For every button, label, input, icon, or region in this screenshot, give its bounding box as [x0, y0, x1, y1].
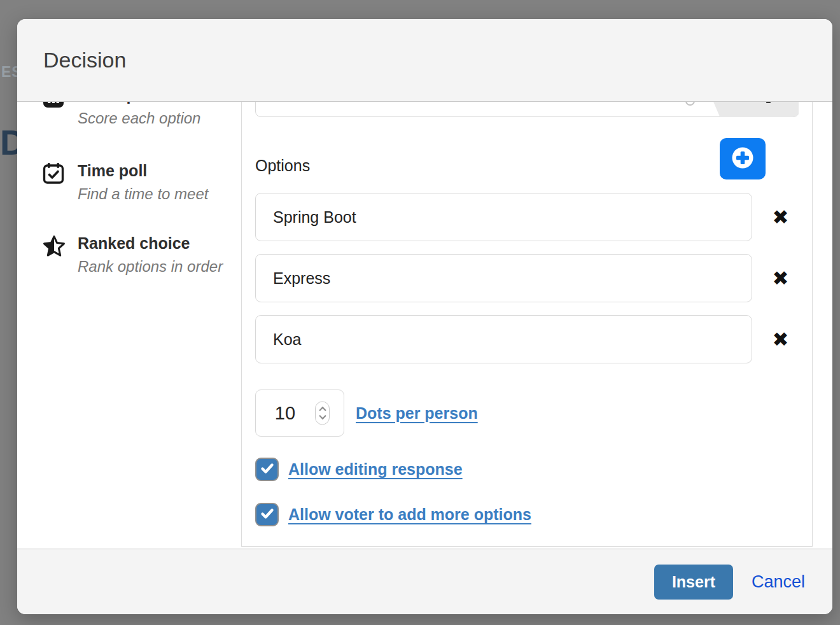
- number-stepper[interactable]: [315, 402, 330, 425]
- remove-option-button[interactable]: ✖: [752, 207, 799, 227]
- cut-off-field-row: [255, 102, 799, 118]
- sidebar-item-label: Time poll: [78, 160, 208, 181]
- option-list: ✖ ✖ ✖: [255, 193, 799, 363]
- allow-editing-label[interactable]: Allow editing response: [288, 460, 463, 479]
- allow-add-options-checkbox[interactable]: [255, 503, 279, 526]
- sidebar-item-label: Ranked choice: [78, 233, 223, 253]
- sidebar-item-ranked-choice[interactable]: Ranked choice Rank options in order: [43, 233, 241, 276]
- checkmark-icon: [260, 506, 275, 524]
- allow-editing-row: Allow editing response: [255, 458, 799, 481]
- dots-per-person-label[interactable]: Dots per person: [350, 404, 478, 423]
- decision-modal: Decision Score poll Score each option: [17, 19, 832, 614]
- option-input[interactable]: [255, 254, 752, 302]
- option-input[interactable]: [255, 193, 752, 241]
- plus-circle-icon: [731, 146, 755, 172]
- remove-option-button[interactable]: ✖: [752, 269, 799, 288]
- modal-body: Score poll Score each option Time poll F…: [17, 102, 832, 549]
- sidebar-item-description: Find a time to meet: [78, 185, 208, 204]
- modal-header: Decision: [17, 19, 832, 102]
- stepper-down-icon: [319, 412, 326, 419]
- dots-per-person-row: Dots per person: [255, 390, 799, 437]
- sidebar-item-label: Score poll: [78, 102, 200, 105]
- modal-title: Decision: [43, 48, 126, 73]
- modal-footer: Insert Cancel: [17, 549, 832, 614]
- allow-add-options-label[interactable]: Allow voter to add more options: [288, 505, 531, 524]
- time-poll-icon: [43, 160, 64, 204]
- ranked-choice-icon: [43, 233, 64, 276]
- allow-editing-checkbox[interactable]: [255, 458, 279, 481]
- panel-right-gutter: [813, 102, 832, 549]
- dots-count-input[interactable]: [256, 390, 314, 436]
- sidebar-item-score-poll[interactable]: Score poll Score each option: [43, 102, 241, 128]
- dots-count-field: [255, 390, 344, 437]
- cut-off-text-fragment: [766, 102, 771, 103]
- x-icon: ✖: [773, 267, 789, 290]
- poll-type-sidebar: Score poll Score each option Time poll F…: [17, 102, 241, 549]
- x-icon: ✖: [773, 328, 789, 351]
- checkmark-icon: [260, 461, 275, 479]
- sidebar-item-time-poll[interactable]: Time poll Find a time to meet: [43, 160, 241, 204]
- add-option-button[interactable]: [720, 138, 766, 179]
- score-poll-icon: [43, 102, 64, 128]
- options-section-label: Options: [255, 138, 310, 175]
- dot-voting-settings-panel: Options: [241, 102, 813, 547]
- main-wrap: Options: [241, 102, 832, 549]
- x-icon: ✖: [773, 206, 789, 228]
- option-row: ✖: [255, 315, 799, 363]
- option-row: ✖: [255, 254, 799, 302]
- sidebar-item-description: Score each option: [78, 109, 200, 128]
- option-row: ✖: [255, 193, 799, 241]
- allow-add-options-row: Allow voter to add more options: [255, 503, 799, 526]
- option-input[interactable]: [255, 315, 752, 363]
- cancel-button[interactable]: Cancel: [752, 572, 805, 592]
- sidebar-item-description: Rank options in order: [78, 257, 223, 276]
- insert-button[interactable]: Insert: [654, 565, 733, 600]
- remove-option-button[interactable]: ✖: [752, 330, 799, 349]
